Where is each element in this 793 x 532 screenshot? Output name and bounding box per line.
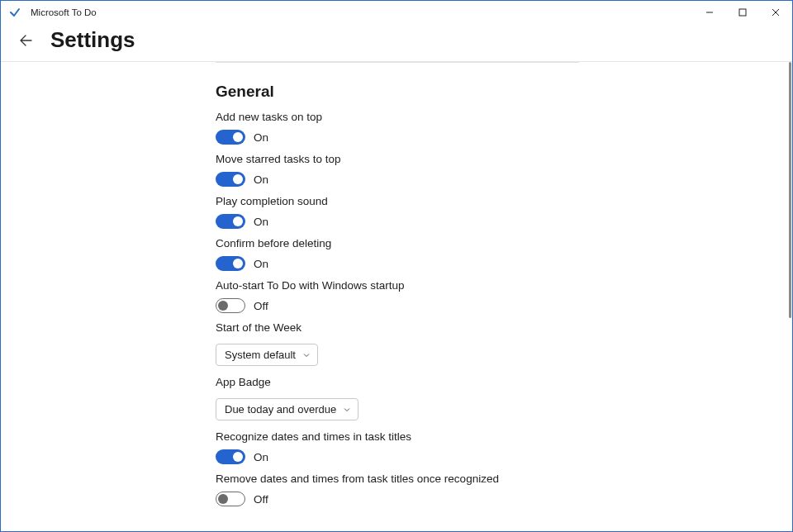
toggle-confirm-delete[interactable] <box>216 256 245 271</box>
setting-move-starred-top: Move starred tasks to top On <box>216 153 629 187</box>
toggle-state: On <box>254 216 268 228</box>
setting-label: Add new tasks on top <box>216 111 629 123</box>
setting-label: Recognize dates and times in task titles <box>216 430 629 443</box>
app-icon <box>9 7 21 18</box>
setting-label: Auto-start To Do with Windows startup <box>216 279 629 292</box>
setting-app-badge: App Badge Due today and overdue <box>216 376 629 422</box>
content-area: General Add new tasks on top On Move sta… <box>1 62 792 531</box>
setting-auto-start: Auto-start To Do with Windows startup Of… <box>216 279 629 313</box>
setting-add-tasks-top: Add new tasks on top On <box>216 111 629 145</box>
window-controls <box>693 1 792 24</box>
setting-confirm-delete: Confirm before deleting On <box>216 237 629 271</box>
toggle-recognize-dates[interactable] <box>216 449 245 464</box>
select-start-of-week[interactable]: System default <box>216 344 318 366</box>
chevron-down-icon <box>343 406 351 414</box>
chevron-down-icon <box>302 351 311 359</box>
back-button[interactable] <box>16 31 36 50</box>
setting-label: Confirm before deleting <box>216 237 629 249</box>
divider <box>216 62 579 63</box>
setting-label: Remove dates and times from task titles … <box>216 473 629 485</box>
page-header: Settings <box>1 24 792 62</box>
toggle-state: On <box>254 451 268 463</box>
setting-label: Play completion sound <box>216 195 629 207</box>
setting-label: Move starred tasks to top <box>216 153 629 165</box>
toggle-state: On <box>254 258 268 270</box>
select-app-badge[interactable]: Due today and overdue <box>216 398 359 420</box>
setting-start-of-week: Start of the Week System default <box>216 321 629 368</box>
setting-recognize-dates: Recognize dates and times in task titles… <box>216 430 629 464</box>
toggle-state: Off <box>254 300 268 312</box>
maximize-button[interactable] <box>726 1 759 24</box>
minimize-button[interactable] <box>693 1 726 24</box>
select-value: Due today and overdue <box>225 403 336 416</box>
toggle-state: Off <box>254 493 268 506</box>
toggle-move-starred-top[interactable] <box>216 172 245 187</box>
app-title: Microsoft To Do <box>31 7 97 17</box>
toggle-play-sound[interactable] <box>216 214 245 229</box>
setting-remove-dates: Remove dates and times from task titles … <box>216 473 629 506</box>
select-value: System default <box>225 349 296 361</box>
setting-play-sound: Play completion sound On <box>216 195 629 229</box>
section-title-general: General <box>216 83 629 101</box>
close-button[interactable] <box>759 1 792 24</box>
svg-rect-1 <box>739 9 746 16</box>
title-bar: Microsoft To Do <box>1 1 792 24</box>
toggle-remove-dates[interactable] <box>216 492 245 506</box>
toggle-add-tasks-top[interactable] <box>216 130 245 145</box>
page-title: Settings <box>50 27 135 53</box>
setting-label: App Badge <box>216 376 629 388</box>
setting-label: Start of the Week <box>216 321 629 334</box>
toggle-state: On <box>254 173 268 186</box>
toggle-auto-start[interactable] <box>216 298 245 313</box>
toggle-state: On <box>254 131 268 144</box>
